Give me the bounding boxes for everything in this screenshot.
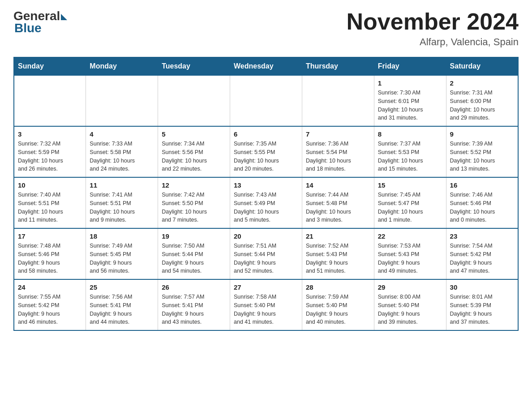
- calendar-cell: [302, 75, 374, 126]
- day-info: Sunrise: 7:53 AMSunset: 5:43 PMDaylight:…: [378, 242, 442, 275]
- day-info: Sunrise: 7:31 AMSunset: 6:00 PMDaylight:…: [450, 89, 514, 122]
- calendar-cell: 14Sunrise: 7:44 AMSunset: 5:48 PMDayligh…: [302, 177, 374, 228]
- calendar-cell: 11Sunrise: 7:41 AMSunset: 5:51 PMDayligh…: [86, 177, 158, 228]
- calendar-cell: 27Sunrise: 7:58 AMSunset: 5:40 PMDayligh…: [230, 279, 302, 330]
- day-number: 15: [378, 181, 442, 189]
- day-info: Sunrise: 7:43 AMSunset: 5:49 PMDaylight:…: [234, 191, 298, 224]
- day-info: Sunrise: 7:44 AMSunset: 5:48 PMDaylight:…: [306, 191, 370, 224]
- day-info: Sunrise: 7:37 AMSunset: 5:53 PMDaylight:…: [378, 140, 442, 173]
- day-info: Sunrise: 7:58 AMSunset: 5:40 PMDaylight:…: [234, 293, 298, 326]
- day-number: 29: [378, 283, 442, 291]
- calendar-cell: [86, 75, 158, 126]
- day-number: 23: [450, 232, 514, 240]
- calendar-cell: [14, 75, 86, 126]
- day-number: 22: [378, 232, 442, 240]
- day-info: Sunrise: 7:41 AMSunset: 5:51 PMDaylight:…: [90, 191, 154, 224]
- calendar-week-2: 3Sunrise: 7:32 AMSunset: 5:59 PMDaylight…: [14, 126, 518, 177]
- day-info: Sunrise: 7:32 AMSunset: 5:59 PMDaylight:…: [18, 140, 82, 173]
- day-info: Sunrise: 7:45 AMSunset: 5:47 PMDaylight:…: [378, 191, 442, 224]
- calendar-cell: 23Sunrise: 7:54 AMSunset: 5:42 PMDayligh…: [446, 228, 518, 279]
- calendar-week-4: 17Sunrise: 7:48 AMSunset: 5:46 PMDayligh…: [14, 228, 518, 279]
- weekday-header-sunday: Sunday: [14, 57, 86, 75]
- calendar-cell: 17Sunrise: 7:48 AMSunset: 5:46 PMDayligh…: [14, 228, 86, 279]
- day-info: Sunrise: 7:42 AMSunset: 5:50 PMDaylight:…: [162, 191, 226, 224]
- calendar-cell: 10Sunrise: 7:40 AMSunset: 5:51 PMDayligh…: [14, 177, 86, 228]
- title-block: November 2024 Alfarp, Valencia, Spain: [347, 9, 519, 48]
- calendar-cell: [158, 75, 230, 126]
- day-info: Sunrise: 7:49 AMSunset: 5:45 PMDaylight:…: [90, 242, 154, 275]
- day-number: 6: [234, 130, 298, 138]
- day-info: Sunrise: 8:01 AMSunset: 5:39 PMDaylight:…: [450, 293, 514, 326]
- day-info: Sunrise: 7:55 AMSunset: 5:42 PMDaylight:…: [18, 293, 82, 326]
- calendar-cell: 9Sunrise: 7:39 AMSunset: 5:52 PMDaylight…: [446, 126, 518, 177]
- calendar-cell: 18Sunrise: 7:49 AMSunset: 5:45 PMDayligh…: [86, 228, 158, 279]
- calendar-cell: 21Sunrise: 7:52 AMSunset: 5:43 PMDayligh…: [302, 228, 374, 279]
- day-info: Sunrise: 7:39 AMSunset: 5:52 PMDaylight:…: [450, 140, 514, 173]
- day-number: 28: [306, 283, 370, 291]
- day-number: 21: [306, 232, 370, 240]
- calendar-cell: 2Sunrise: 7:31 AMSunset: 6:00 PMDaylight…: [446, 75, 518, 126]
- day-number: 19: [162, 232, 226, 240]
- calendar-cell: [230, 75, 302, 126]
- calendar-cell: 4Sunrise: 7:33 AMSunset: 5:58 PMDaylight…: [86, 126, 158, 177]
- calendar-cell: 1Sunrise: 7:30 AMSunset: 6:01 PMDaylight…: [374, 75, 446, 126]
- day-number: 12: [162, 181, 226, 189]
- day-info: Sunrise: 7:34 AMSunset: 5:56 PMDaylight:…: [162, 140, 226, 173]
- calendar-cell: 7Sunrise: 7:36 AMSunset: 5:54 PMDaylight…: [302, 126, 374, 177]
- page-header: General Blue November 2024 Alfarp, Valen…: [13, 9, 519, 48]
- day-info: Sunrise: 7:46 AMSunset: 5:46 PMDaylight:…: [450, 191, 514, 224]
- calendar-week-3: 10Sunrise: 7:40 AMSunset: 5:51 PMDayligh…: [14, 177, 518, 228]
- day-number: 26: [162, 283, 226, 291]
- day-info: Sunrise: 7:56 AMSunset: 5:41 PMDaylight:…: [90, 293, 154, 326]
- day-info: Sunrise: 7:59 AMSunset: 5:40 PMDaylight:…: [306, 293, 370, 326]
- day-info: Sunrise: 7:30 AMSunset: 6:01 PMDaylight:…: [378, 89, 442, 122]
- calendar-cell: 12Sunrise: 7:42 AMSunset: 5:50 PMDayligh…: [158, 177, 230, 228]
- calendar-week-1: 1Sunrise: 7:30 AMSunset: 6:01 PMDaylight…: [14, 75, 518, 126]
- weekday-header-friday: Friday: [374, 57, 446, 75]
- day-info: Sunrise: 7:52 AMSunset: 5:43 PMDaylight:…: [306, 242, 370, 275]
- calendar-cell: 13Sunrise: 7:43 AMSunset: 5:49 PMDayligh…: [230, 177, 302, 228]
- calendar-week-5: 24Sunrise: 7:55 AMSunset: 5:42 PMDayligh…: [14, 279, 518, 330]
- day-number: 9: [450, 130, 514, 138]
- weekday-header-tuesday: Tuesday: [158, 57, 230, 75]
- weekday-header-saturday: Saturday: [446, 57, 518, 75]
- day-number: 1: [378, 79, 442, 87]
- day-info: Sunrise: 7:51 AMSunset: 5:44 PMDaylight:…: [234, 242, 298, 275]
- calendar-cell: 25Sunrise: 7:56 AMSunset: 5:41 PMDayligh…: [86, 279, 158, 330]
- day-info: Sunrise: 7:54 AMSunset: 5:42 PMDaylight:…: [450, 242, 514, 275]
- day-number: 5: [162, 130, 226, 138]
- day-info: Sunrise: 7:57 AMSunset: 5:41 PMDaylight:…: [162, 293, 226, 326]
- day-number: 10: [18, 181, 82, 189]
- day-number: 27: [234, 283, 298, 291]
- day-number: 2: [450, 79, 514, 87]
- day-number: 20: [234, 232, 298, 240]
- calendar-cell: 26Sunrise: 7:57 AMSunset: 5:41 PMDayligh…: [158, 279, 230, 330]
- day-info: Sunrise: 8:00 AMSunset: 5:40 PMDaylight:…: [378, 293, 442, 326]
- calendar-table: SundayMondayTuesdayWednesdayThursdayFrid…: [13, 57, 519, 331]
- day-number: 16: [450, 181, 514, 189]
- calendar-cell: 5Sunrise: 7:34 AMSunset: 5:56 PMDaylight…: [158, 126, 230, 177]
- calendar-cell: 30Sunrise: 8:01 AMSunset: 5:39 PMDayligh…: [446, 279, 518, 330]
- calendar-cell: 20Sunrise: 7:51 AMSunset: 5:44 PMDayligh…: [230, 228, 302, 279]
- calendar-cell: 28Sunrise: 7:59 AMSunset: 5:40 PMDayligh…: [302, 279, 374, 330]
- day-number: 11: [90, 181, 154, 189]
- day-number: 30: [450, 283, 514, 291]
- day-number: 4: [90, 130, 154, 138]
- weekday-header-wednesday: Wednesday: [230, 57, 302, 75]
- calendar-header-row: SundayMondayTuesdayWednesdayThursdayFrid…: [14, 57, 518, 75]
- day-number: 7: [306, 130, 370, 138]
- calendar-cell: 16Sunrise: 7:46 AMSunset: 5:46 PMDayligh…: [446, 177, 518, 228]
- logo-arrow-icon: [61, 14, 67, 20]
- day-number: 8: [378, 130, 442, 138]
- day-info: Sunrise: 7:35 AMSunset: 5:55 PMDaylight:…: [234, 140, 298, 173]
- calendar-cell: 19Sunrise: 7:50 AMSunset: 5:44 PMDayligh…: [158, 228, 230, 279]
- day-info: Sunrise: 7:36 AMSunset: 5:54 PMDaylight:…: [306, 140, 370, 173]
- calendar-cell: 29Sunrise: 8:00 AMSunset: 5:40 PMDayligh…: [374, 279, 446, 330]
- calendar-cell: 6Sunrise: 7:35 AMSunset: 5:55 PMDaylight…: [230, 126, 302, 177]
- location-text: Alfarp, Valencia, Spain: [347, 36, 519, 48]
- day-number: 24: [18, 283, 82, 291]
- day-number: 3: [18, 130, 82, 138]
- calendar-cell: 8Sunrise: 7:37 AMSunset: 5:53 PMDaylight…: [374, 126, 446, 177]
- day-info: Sunrise: 7:48 AMSunset: 5:46 PMDaylight:…: [18, 242, 82, 275]
- calendar-cell: 15Sunrise: 7:45 AMSunset: 5:47 PMDayligh…: [374, 177, 446, 228]
